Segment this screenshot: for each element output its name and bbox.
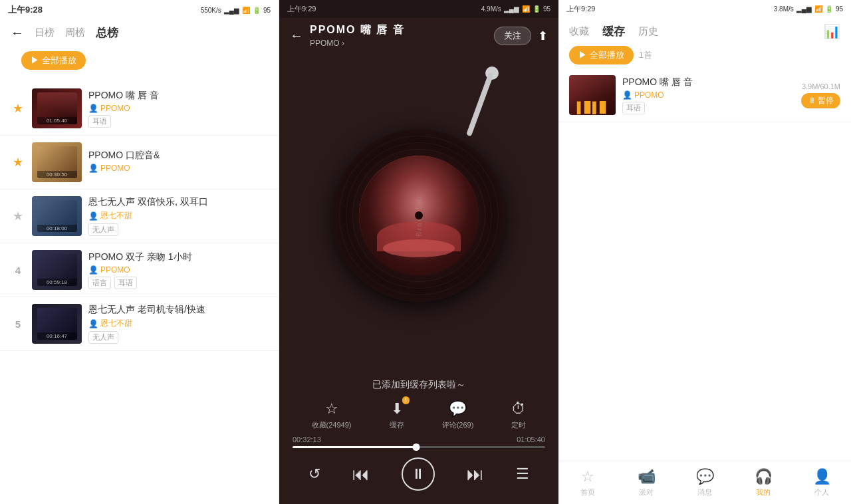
left-tab-daily[interactable]: 日榜 [35,27,55,39]
song-artist-4: 👤 PPOMO [88,265,268,275]
playlist-button[interactable]: ☰ [516,465,529,483]
svg-rect-1 [466,72,494,137]
rank-badge-2: ★ [11,155,25,170]
center-battery: 95 [543,5,550,13]
right-song-info: PPOMO 嘴 唇 音 👤 PPOMO 耳语 [622,76,794,114]
right-tab-history[interactable]: 历史 [638,25,658,38]
center-title-wrap: PPOMO 嘴 唇 音 PPOMO › [310,23,487,48]
right-person-icon: 👤 [622,90,632,100]
status-bar-left: 上午9:28 550K/s ▂▄▆ 📶 🔋 95 [0,0,279,20]
pause-icon: ⏸ [411,465,426,483]
pause-button[interactable]: ⏸ [402,457,435,491]
vinyl-area: Brain Ear [279,60,558,371]
tag-3-0: 无人声 [88,223,118,236]
song-tags-5: 无人声 [88,331,268,344]
right-panel: 上午9:29 3.8M/s ▂▄▆ 📶 🔋 95 收藏 缓存 历史 📊 ▶ 全部… [558,0,851,504]
center-title: PPOMO 嘴 唇 音 [310,23,487,37]
center-wifi-icon: 📶 [522,5,530,13]
song-thumbnail-4: 00:59:18 [32,250,82,290]
bottom-nav: ☆ 首页 📹 派对 💬 消息 🎧 我的 👤 个人 [558,461,851,504]
timer-action[interactable]: ⏱ 定时 [511,400,526,430]
bottom-nav-profile[interactable]: 👤 个人 [792,465,851,500]
right-waveform-icon: ▌▊▌▊ [577,102,608,113]
left-back-button[interactable]: ← [11,25,24,41]
progress-current: 00:32:13 [293,436,321,443]
mine-icon: 🎧 [755,468,773,485]
left-nav: ← 日榜 周榜 总榜 [0,20,279,43]
right-tab-cache[interactable]: 缓存 [602,24,625,39]
table-row: ★ 00:18:00 恩七无人声 双倍快乐, 双耳口 👤 恩七不甜 无人声 [0,189,279,243]
bottom-nav-mine[interactable]: 🎧 我的 [734,465,792,500]
song-title-4: PPOMO 双子 亲吻 1小时 [88,251,221,263]
person-icon-5: 👤 [88,319,98,328]
profile-label: 个人 [814,487,829,497]
song-info-4: PPOMO 双子 亲吻 1小时 👤 PPOMO 语言 耳语 [88,251,268,289]
tag-4-1: 耳语 [114,277,137,289]
right-song-item: ▌▊▌▊ PPOMO 嘴 唇 音 👤 PPOMO 耳语 3.9M/60.1M ⏸… [558,68,851,122]
song-title-1: PPOMO 嘴 唇 音 [88,90,221,102]
prev-button[interactable]: ⏮ [352,464,370,485]
right-play-row: ▶ 全部播放 1首 [558,42,851,68]
comment-action[interactable]: 💬 评论(269) [442,400,474,430]
song-thumbnail-5: 00:16:47 [32,304,82,344]
song-artist-3: 👤 恩七不甜 [88,210,268,221]
left-tab-weekly[interactable]: 周榜 [65,27,85,39]
cache-action[interactable]: ⬇! 缓存 [390,400,404,430]
right-song-title: PPOMO 嘴 唇 音 [622,76,794,88]
party-icon: 📹 [638,468,656,485]
right-play-all-button[interactable]: ▶ 全部播放 [569,46,634,64]
right-tag-0: 耳语 [622,102,645,114]
right-song-artist: 👤 PPOMO [622,90,794,100]
song-artist-5: 👤 恩七不甜 [88,318,268,329]
bottom-nav-message[interactable]: 💬 消息 [675,465,734,500]
song-artist-1: 👤 PPOMO [88,104,268,113]
message-label: 消息 [697,487,712,497]
left-tab-total[interactable]: 总榜 [96,25,118,41]
left-panel: 上午9:28 550K/s ▂▄▆ 📶 🔋 95 ← 日榜 周榜 总榜 ▶ 全部… [0,0,279,504]
follow-button[interactable]: 关注 [494,27,531,45]
left-status-icons: 550K/s ▂▄▆ 📶 🔋 95 [201,7,271,14]
song-thumbnail-2: 00:30:50 [32,142,82,182]
chart-icon[interactable]: 📊 [824,23,840,39]
share-button[interactable]: ⬆ [538,29,548,43]
progress-fill [293,446,416,448]
bottom-nav-home[interactable]: ☆ 首页 [558,465,617,500]
duration-3: 00:18:00 [37,225,77,232]
controls-bar: ↺ ⏮ ⏸ ⏭ ☰ [279,452,558,497]
duration-1: 01:05:40 [37,117,77,124]
collect-label: 收藏(24949) [312,420,352,430]
bottom-nav-party[interactable]: 📹 派对 [617,465,675,500]
center-back-button[interactable]: ← [290,28,303,43]
cache-icon: ⬇! [391,400,403,418]
person-icon: 👤 [88,104,98,113]
right-battery: 95 [836,5,843,13]
tag-5-0: 无人声 [88,331,118,344]
song-thumbnail-1: 01:05:40 [32,88,82,128]
left-play-all-button[interactable]: ▶ 全部播放 [21,51,86,70]
progress-area: 00:32:13 01:05:40 [279,436,558,452]
rank-badge-5: 5 [11,318,25,330]
right-pause-button[interactable]: ⏸ 暂停 [801,93,840,108]
timer-label: 定时 [511,420,526,430]
progress-total: 01:05:40 [517,436,545,443]
comment-icon: 💬 [449,400,467,418]
next-button[interactable]: ⏭ [467,464,484,485]
profile-icon: 👤 [813,468,831,485]
right-tab-collect[interactable]: 收藏 [569,25,589,38]
collect-action[interactable]: ☆ 收藏(24949) [312,400,352,430]
mine-label: 我的 [756,487,771,497]
right-side-info: 3.9M/60.1M ⏸ 暂停 [801,82,840,108]
duration-4: 00:59:18 [37,279,77,286]
song-title-2: PPOMO 口腔音& [88,150,221,162]
song-thumbnail-3: 00:18:00 [32,196,82,236]
rank-badge-3: ★ [11,209,25,223]
added-message: 已添加到缓存列表啦～ [279,371,558,394]
party-label: 派对 [639,487,654,497]
song-info-5: 恩七无人声 老司机专辑/快速 👤 恩七不甜 无人声 [88,304,268,344]
message-icon: 💬 [696,468,714,485]
cache-label: 缓存 [390,420,404,430]
progress-dot [413,443,420,451]
right-file-size: 3.9M/60.1M [802,82,840,90]
progress-bar[interactable] [293,446,545,448]
repeat-button[interactable]: ↺ [308,465,320,483]
